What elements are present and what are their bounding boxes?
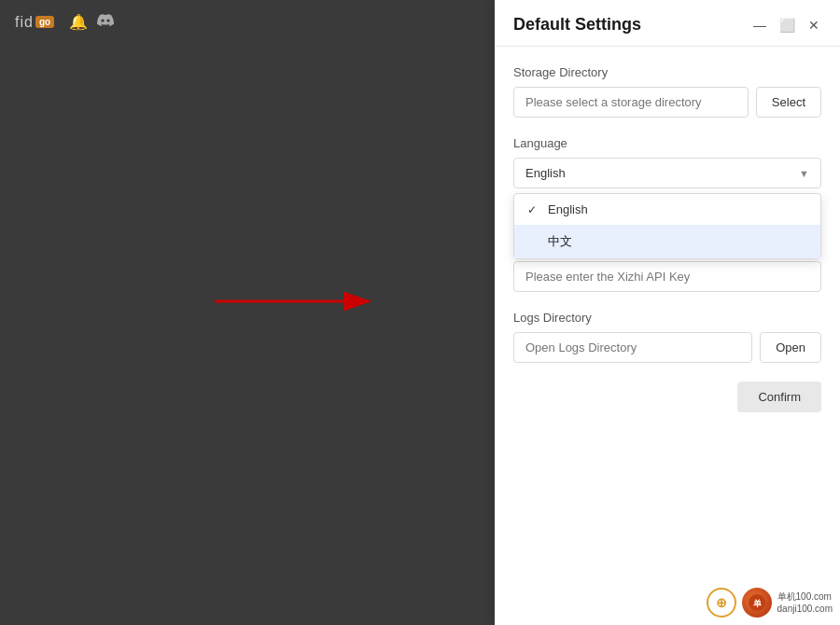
watermark-text: 单机100.com danji100.com — [777, 590, 833, 615]
logs-input[interactable] — [513, 332, 752, 363]
confirm-button[interactable]: Confirm — [737, 382, 821, 412]
language-label: Language — [513, 136, 821, 150]
open-logs-button[interactable]: Open — [760, 332, 821, 363]
storage-input[interactable] — [513, 87, 749, 118]
language-selected-value: English — [525, 166, 566, 180]
watermark-logo: 单 — [742, 588, 772, 618]
language-section: Language English ▼ ✓ English 中文 — [513, 136, 821, 188]
minimize-button[interactable]: — — [751, 17, 768, 34]
svg-text:单: 单 — [752, 599, 762, 608]
api-key-input[interactable] — [513, 261, 821, 292]
watermark-plus-icon: ⊕ — [707, 588, 736, 618]
chevron-down-icon: ▼ — [799, 168, 809, 179]
top-bar: fid go 🔔 — [0, 0, 495, 44]
storage-input-row: Select — [513, 87, 821, 118]
logo-text: fid — [15, 14, 34, 31]
language-select[interactable]: English ▼ — [513, 158, 821, 188]
language-option-chinese[interactable]: 中文 — [514, 225, 820, 258]
bell-icon[interactable]: 🔔 — [69, 13, 88, 31]
option-english-label: English — [548, 202, 588, 216]
close-button[interactable]: ✕ — [806, 17, 821, 34]
logs-section: Logs Directory Open — [513, 311, 821, 363]
logs-input-row: Open — [513, 332, 821, 363]
discord-icon[interactable] — [97, 14, 114, 31]
watermark-site: 单机100.com — [777, 590, 833, 603]
select-button[interactable]: Select — [756, 87, 821, 118]
left-panel: fid go 🔔 — [0, 0, 495, 625]
language-dropdown: ✓ English 中文 — [513, 193, 821, 259]
language-select-wrapper: English ▼ ✓ English 中文 — [513, 158, 821, 188]
logo-tag: go — [35, 16, 54, 28]
confirm-row: Confirm — [513, 382, 821, 412]
api-key-section — [513, 261, 821, 292]
maximize-button[interactable]: ⬜ — [777, 17, 797, 34]
panel-title: Default Settings — [513, 15, 641, 35]
red-arrow — [205, 278, 392, 325]
logs-label: Logs Directory — [513, 311, 821, 325]
watermark: ⊕ 单 单机100.com danji100.com — [707, 588, 833, 618]
panel-header: Default Settings — ⬜ ✕ — [495, 0, 840, 47]
storage-label: Storage Directory — [513, 65, 821, 79]
option-chinese-label: 中文 — [548, 233, 572, 250]
watermark-domain: danji100.com — [777, 603, 833, 615]
logo: fid go — [15, 14, 54, 31]
check-icon: ✓ — [527, 203, 540, 216]
settings-panel: Default Settings — ⬜ ✕ Storage Directory… — [495, 0, 840, 625]
panel-body: Storage Directory Select Language Englis… — [495, 47, 840, 625]
language-option-english[interactable]: ✓ English — [514, 194, 820, 225]
window-controls: — ⬜ ✕ — [751, 17, 821, 34]
storage-section: Storage Directory Select — [513, 65, 821, 118]
